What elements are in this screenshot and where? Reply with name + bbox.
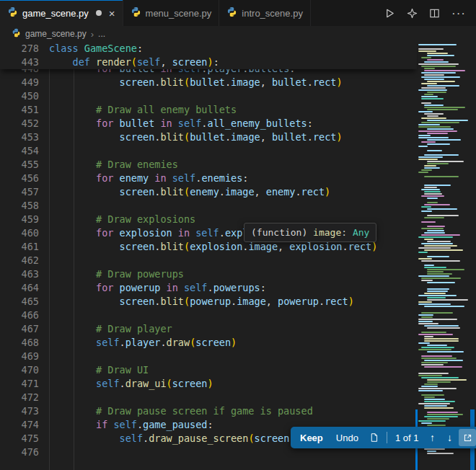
code-line[interactable]: 466 [0,309,417,322]
code-line[interactable]: 450 [0,89,417,103]
code-text: if self.game_paused: [45,418,213,432]
line-number[interactable]: 453 [0,130,45,144]
code-text [45,350,49,363]
minimap[interactable] [417,42,469,470]
line-number[interactable]: 475 [0,432,45,445]
line-number[interactable]: 476 [0,445,45,459]
open-file-icon[interactable] [459,429,476,446]
line-number[interactable]: 461 [0,240,45,254]
copilot-sparkle-icon[interactable] [407,8,418,19]
code-line[interactable]: 467 # Draw player [0,322,417,336]
sticky-scroll[interactable]: 278class GameScene:443 def render(self, … [0,42,417,69]
minimap-line [418,314,433,316]
code-line[interactable]: 278class GameScene: [0,42,417,56]
minimap-line [421,210,432,212]
line-number[interactable]: 449 [0,76,45,89]
minimap-line [424,405,447,407]
minimap-line [427,143,450,145]
tab-intro-scene[interactable]: intro_scene.py [219,0,311,26]
tab-label: intro_scene.py [242,8,303,19]
line-number[interactable]: 450 [0,89,45,103]
chevron-right-icon: › [91,29,94,40]
line-number[interactable]: 472 [0,391,45,404]
line-number[interactable]: 457 [0,185,45,199]
minimap-line [424,176,459,177]
minimap-line [427,59,444,61]
code-line[interactable]: 443 def render(self, screen): [0,56,417,69]
line-number[interactable]: 454 [0,144,45,158]
inline-edit-review-bar: Keep Undo 1 of 1 ↑ ↓ [291,427,476,448]
code-line[interactable]: 469 [0,350,417,363]
code-line[interactable]: 470 # Draw UI [0,363,417,377]
tab-menu-scene[interactable]: menu_scene.py [123,0,220,26]
line-number[interactable]: 464 [0,281,45,295]
document-icon[interactable] [366,429,383,446]
minimap-line [427,379,467,381]
code-line[interactable]: 464 for powerup in self.powerups: [0,281,417,295]
line-number[interactable]: 456 [0,172,45,185]
breadcrumb-more[interactable]: ... [98,29,105,39]
previous-change-button[interactable]: ↑ [424,429,440,446]
line-number[interactable]: 474 [0,418,45,432]
python-file-icon [226,6,237,19]
run-button[interactable] [384,8,395,19]
line-number[interactable]: 462 [0,254,45,267]
line-number[interactable]: 458 [0,199,45,213]
breadcrumb-file[interactable]: game_scene.py [25,29,87,39]
code-line[interactable]: 458 [0,199,417,213]
editor-pane[interactable]: 448 for bullet in self.player.bullets:44… [0,42,476,470]
close-icon[interactable]: × [109,8,115,19]
line-number[interactable]: 471 [0,377,45,391]
tab-bar: game_scene.py × menu_scene.py intro_scen… [0,0,476,26]
minimap-line [418,126,451,128]
minimap-line [427,215,459,216]
keep-button[interactable]: Keep [294,429,329,446]
code-line[interactable]: 454 [0,144,417,158]
undo-button[interactable]: Undo [330,429,364,446]
tab-game-scene[interactable]: game_scene.py × [0,0,123,26]
line-number[interactable]: 467 [0,322,45,336]
code-line[interactable]: 463 # Draw powerups [0,267,417,281]
next-change-button[interactable]: ↓ [441,429,457,446]
code-line[interactable]: 455 # Draw enemies [0,158,417,172]
line-number[interactable]: 451 [0,103,45,117]
code-line[interactable]: 453 screen.blit(bullet.image, bullet.rec… [0,130,417,144]
minimap-line [427,451,436,452]
minimap-line [417,182,469,184]
code-line[interactable]: 449 screen.blit(bullet.image, bullet.rec… [0,76,417,89]
code-line[interactable]: 472 [0,391,417,404]
line-number[interactable]: 466 [0,309,45,322]
line-number[interactable]: 473 [0,404,45,418]
code-line[interactable]: 473 # Draw pause screen if game is pause… [0,404,417,418]
minimap-line [417,262,469,264]
code-line[interactable]: 451 # Draw all enemy bullets [0,103,417,117]
minimap-line [417,392,469,394]
minimap-line [421,189,440,190]
code-line[interactable]: 465 screen.blit(powerup.image, powerup.r… [0,295,417,309]
code-line[interactable]: 452 for bullet in self.all_enemy_bullets… [0,117,417,130]
line-number[interactable]: 463 [0,267,45,281]
line-number[interactable]: 459 [0,213,45,226]
code-line[interactable]: 462 [0,254,417,267]
code-line[interactable]: 457 screen.blit(enemy.image, enemy.rect) [0,185,417,199]
more-actions-button[interactable]: ··· [451,7,466,19]
line-number[interactable]: 452 [0,117,45,130]
line-number[interactable]: 468 [0,336,45,350]
code-line[interactable]: 471 self.draw_ui(screen) [0,377,417,391]
code-text: screen.blit(powerup.image, powerup.rect) [45,295,354,309]
code-text: for powerup in self.powerups: [45,281,266,295]
split-editor-button[interactable] [429,8,440,19]
line-number[interactable]: 455 [0,158,45,172]
line-number[interactable]: 460 [0,226,45,240]
code-line[interactable]: 468 self.player.draw(screen) [0,336,417,350]
code-line[interactable]: 456 for enemy in self.enemies: [0,172,417,185]
minimap-line [427,269,464,270]
line-number[interactable]: 278 [0,42,45,56]
minimap-line [421,102,431,104]
minimap-line [417,148,469,149]
line-number[interactable]: 443 [0,56,45,69]
line-number[interactable]: 470 [0,363,45,377]
line-number[interactable]: 465 [0,295,45,309]
line-number[interactable]: 469 [0,350,45,363]
breadcrumb[interactable]: game_scene.py › ... [0,26,476,42]
